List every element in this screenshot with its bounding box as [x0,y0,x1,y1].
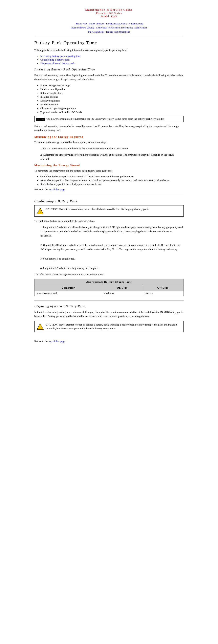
maximize-title: Maximizing the Energy Stored [34,164,184,167]
svg-text:!: ! [40,210,41,214]
toc-link-conditioning[interactable]: Conditioning a battery pack [40,58,70,61]
row-offline: 2:00 hrs [142,291,184,296]
header-divider [34,36,184,36]
nav-specifications[interactable]: Specifications [134,26,147,29]
nav-troubleshooting[interactable]: Troubleshooting [127,22,143,25]
minimize-intro: To minimize the energy required by the c… [34,140,184,144]
maximize-intro: To maximize the energy stored in the bat… [34,169,184,173]
toc-item-disposing: Disposing of a used battery pack [40,62,184,65]
intro-text: This appendix covers the following infor… [34,48,184,52]
variable-hdd: Hard drive usage [40,103,184,106]
nav-notice[interactable]: Notice [89,22,96,25]
variables-list: Power management settings Hardware confi… [40,84,184,114]
nav-parts-catalog[interactable]: Illustrated Parts Catalog [71,26,94,29]
toc-item-increasing: Increasing battery pack operating time [40,54,184,58]
minimize-step-2: 2. Customize the timeout value to work m… [40,153,184,161]
conditioning-step-1: 1. Plug in the AC adapter and allow the … [40,225,184,238]
toc-item-conditioning: Conditioning a battery pack [40,58,184,61]
variable-temp: Changes in operating temperature [40,107,184,110]
variable-pccards: Type and number of installed PC Cards [40,110,184,114]
nav-battery-ops[interactable]: Battery Pack Operations [106,30,130,33]
variable-software: Software applications [40,92,184,95]
conditioning-steps: 1. Plug in the AC adapter and allow the … [40,225,184,270]
nav-product-desc[interactable]: Product Description [106,22,125,25]
navigation: | Home Page | Notice | Preface | Product… [34,22,184,34]
caution-text-1: CAUTION: To avoid a loss of data, ensure… [46,207,149,211]
table-caption: Approximate Battery Charge Time [34,279,184,285]
col-offline: Off Line [142,285,184,291]
minimize-title: Minimizing the Energy Required [34,136,184,139]
disposing-title: Disposing of a Used Battery Pack [34,304,184,308]
guide-title: Maintenance & Service Guide [34,8,184,12]
svg-text:!: ! [40,325,41,329]
conditioning-title: Conditioning a Battery Pack [34,200,184,203]
table-note: The table below shows the approximate ba… [34,272,184,277]
caution-icon-1: ! [36,208,44,215]
nav-preface[interactable]: Preface [97,22,104,25]
increasing-title: Increasing Battery Pack Operating Time [34,68,184,71]
variable-brightness: Display brightness [40,99,184,102]
row-computer: NiMH Battery Pack [34,291,102,296]
model-title: Model: 1245 [34,15,184,18]
nav-home[interactable]: Home Page [76,22,88,25]
section-divider-2 [34,300,184,300]
increasing-intro: Battery pack operating time differs depe… [34,73,184,82]
variable-options: Installed options [40,95,184,98]
toc-link-increasing[interactable]: Increasing battery pack operating time [40,54,81,58]
charge-table: Approximate Battery Charge Time Computer… [34,279,184,296]
minimize-steps: 1. Set the power conservation levels in … [40,146,184,161]
caution-box-2: ! CAUTION: Never attempt to open or serv… [34,321,184,332]
nav-removal[interactable]: Removal & Replacement Procedures [96,26,132,29]
minimize-step-1: 1. Set the power conservation levels in … [40,146,184,151]
note-label: NOTE: [36,118,45,121]
col-online: On Line [102,285,142,291]
col-computer: Computer [34,285,102,291]
conditioning-intro: To condition a battery pack, complete th… [34,219,184,223]
note-text: The power consumption requirements for P… [46,117,164,120]
table-row: NiMH Battery Pack 4.0 hours 2:00 hrs [34,291,184,296]
guideline-3: Store the battery pack in a cool, dry pl… [40,183,184,186]
row-online: 4.0 hours [102,291,142,296]
conditioning-step-2: 2. Unplug the AC adapter and allow the b… [40,243,184,252]
variable-hardware: Hardware configuration [40,88,184,91]
caution-icon-2: ! [36,323,44,330]
return-top-link-1[interactable]: top of this page [49,188,65,191]
variable-power: Power management settings [40,84,184,87]
caution-box-1: ! CAUTION: To avoid a loss of data, ensu… [34,205,184,216]
page-header: Maintenance & Service Guide Presario 120… [34,8,184,18]
toc-list: Increasing battery pack operating time C… [40,54,184,65]
return-top-link-2[interactable]: top of this page [49,340,65,343]
guideline-2: Keep a battery pack in the computer when… [40,179,184,182]
toc-link-disposing[interactable]: Disposing of a used battery pack [40,62,75,65]
conditioning-step-3: 3. Your battery is re-conditioned. [40,257,184,261]
page-title: Battery Pack Operating Time [34,40,184,46]
maximize-guidelines: Condition the battery pack at least ever… [40,175,184,186]
caution-text-2: CAUTION: Never attempt to open or servic… [46,323,182,330]
nav-pin-assignments[interactable]: Pin Assignments [88,30,104,33]
increase-text: Battery pack operating time can be incre… [34,124,184,133]
return-link-2: Return to the top of this page. [34,340,184,343]
note-box: NOTE: The power consumption requirements… [34,116,184,122]
guideline-1: Condition the battery pack at least ever… [40,175,184,178]
return-link-1: Return to the top of this page. [34,188,184,191]
conditioning-step-4: 4. Plug in the AC adapter and begin usin… [40,266,184,270]
series-title: Presario 1200 Series [34,12,184,15]
disposing-intro: In the interest of safeguarding our envi… [34,310,184,318]
